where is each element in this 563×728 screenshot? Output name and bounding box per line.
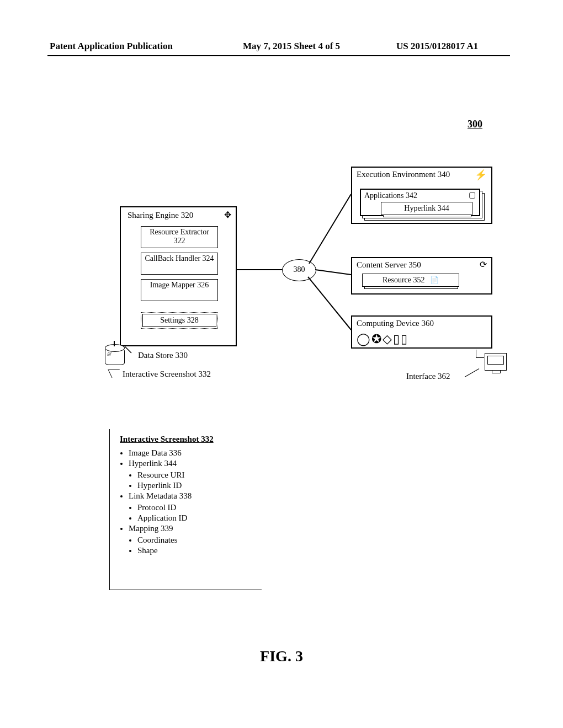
puzzle-piece-icon: ✥ — [224, 211, 231, 220]
detail-title: Interactive Screenshot 332 — [120, 435, 256, 444]
lightning-icon: ⚡ — [475, 170, 487, 180]
data-store-connector — [114, 341, 115, 346]
interface-label: Interface 362 — [406, 372, 450, 381]
svg-line-1 — [309, 194, 351, 264]
data-store-sublabel: Interactive Screenshot 332 — [123, 370, 211, 379]
interface-monitor-icon — [485, 353, 507, 371]
figure-label: FIG. 3 — [0, 647, 563, 665]
interface-leadline — [465, 368, 479, 377]
resource-box: Resource 352 📄 — [362, 274, 459, 287]
header-publication: Patent Application Publication — [50, 41, 173, 52]
svg-line-2 — [315, 270, 351, 275]
sharing-engine-box: Sharing Engine 320 ✥ Resource Extractor … — [120, 206, 237, 346]
detail-link-meta: Link Metadata 338 Protocol ID Applicatio… — [129, 491, 256, 523]
connector-lines — [0, 0, 563, 728]
window-icon: ▢ — [469, 191, 476, 199]
settings-wrap: Settings 328 — [141, 312, 218, 329]
data-store-hatch-icon: //// — [107, 351, 111, 357]
page-icon: 📄 — [430, 276, 439, 284]
callback-handler-box: CallBack Handler 324 — [141, 253, 218, 275]
detail-shape: Shape — [137, 546, 256, 555]
detail-image-data: Image Data 336 — [129, 448, 256, 458]
data-store-leadline — [108, 370, 124, 378]
detail-application-id: Application ID — [137, 513, 256, 523]
detail-coordinates: Coordinates — [137, 536, 256, 545]
content-server-title: Content Server 350 — [357, 260, 421, 270]
sharing-engine-title: Sharing Engine 320 — [128, 211, 193, 220]
detail-hyperlink: Hyperlink 344 Resource URI Hyperlink ID — [129, 459, 256, 490]
interactive-screenshot-detail: Interactive Screenshot 332 Image Data 33… — [109, 429, 262, 590]
computing-device-box: Computing Device 360 ◯✪◇▯▯ — [351, 315, 492, 349]
image-mapper-box: Image Mapper 326 — [141, 279, 218, 301]
settings-box: Settings 328 — [142, 314, 216, 327]
patent-figure-page: Patent Application Publication May 7, 20… — [0, 0, 563, 728]
device-icons-icon: ◯✪◇▯▯ — [357, 332, 408, 346]
execution-environment-title: Execution Environment 340 — [357, 170, 478, 179]
hyperlink-box: Hyperlink 344 — [381, 202, 472, 215]
detail-hyperlink-id: Hyperlink ID — [137, 481, 256, 490]
resource-extractor-box: Resource Extractor 322 — [141, 226, 218, 248]
detail-protocol-id: Protocol ID — [137, 503, 256, 512]
computing-device-title: Computing Device 360 — [357, 319, 434, 328]
header-rule — [47, 55, 510, 56]
header-docnum: US 2015/0128017 A1 — [396, 41, 478, 52]
detail-hyperlink-uri: Resource URI — [137, 470, 256, 480]
svg-line-4 — [125, 346, 131, 353]
header-date-sheet: May 7, 2015 Sheet 4 of 5 — [243, 41, 340, 52]
figure-ref-number: 300 — [468, 119, 482, 130]
globe-icon: ⟳ — [480, 260, 487, 269]
svg-line-3 — [308, 277, 351, 330]
resource-label: Resource 352 — [383, 276, 425, 284]
applications-label: Applications 342 — [364, 191, 417, 200]
detail-mapping: Mapping 339 Coordinates Shape — [129, 524, 256, 555]
network-oval: 380 — [282, 259, 316, 281]
interface-connector — [476, 350, 484, 358]
data-store-label: Data Store 330 — [138, 351, 188, 360]
